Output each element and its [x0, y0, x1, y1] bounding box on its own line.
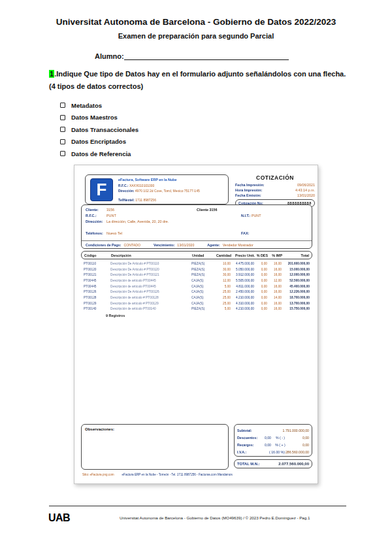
- quotation-header-row: Hora Impresión: 4:43:14 p.m.: [235, 187, 315, 193]
- quotation-header-rows: Fecha Impresión: 09/06/2021 Hora Impresi…: [235, 182, 315, 198]
- table-row: PT00445 Descripción de artículo PT00445 …: [84, 284, 310, 289]
- payment-terms-row: Condiciones de Pago: CONTADO Vencimiento…: [82, 240, 312, 248]
- totals-row: Descuentos: 0,00 % ( - ) 0,00: [237, 434, 309, 441]
- answer-option: Metadatos: [60, 99, 139, 112]
- footer-text: Universitat Autonoma de Barcelona - Gobi…: [120, 515, 346, 520]
- grand-total-value: 2.077.560.000,00: [278, 462, 309, 466]
- totals-row: Subtotal: 1.791.000.000,00: [237, 427, 309, 434]
- client-row-phone: Teléfonos: Nuevo Tel FAX:: [86, 231, 308, 235]
- checkbox[interactable]: [60, 139, 65, 144]
- client-row-id: Cliente: 3156 Cliente 3156: [86, 208, 308, 212]
- uab-logo: UAB: [48, 512, 70, 525]
- page-title: Universitat Autonoma de Barcelona - Gobi…: [0, 17, 392, 27]
- totals-row: I.V.A.: ( 16.00 %) 286.560.000,00: [237, 448, 309, 455]
- table-row: PT00445 Descripción de artículo PT00445 …: [84, 278, 310, 284]
- answer-option: Datos Encriptados: [60, 136, 139, 148]
- client-row-address: Dirección: La dirección, Calle, Avenida,…: [86, 220, 308, 223]
- quotation-header: COTIZACIÓN Fecha Impresión: 09/06/2021 H…: [235, 174, 315, 207]
- table-row: PT00110 Descripción De Artículo # PT0011…: [84, 261, 310, 267]
- quotation-form: F eFactura, Software ERP en la Nube R.F.…: [74, 165, 318, 483]
- observations-box: Observaciones:: [81, 424, 229, 470]
- quotation-title: COTIZACIÓN: [235, 174, 315, 181]
- payment-term: Vencimiento: 13/01/2020: [154, 243, 194, 247]
- grand-total-label: TOTAL M.N.:: [237, 462, 259, 466]
- answer-option: Datos Maestros: [60, 112, 139, 124]
- table-row: PT00120 Descripción De Artículo # PT0012…: [84, 267, 310, 272]
- question-text: .Indique Que tipo de Datos hay en el for…: [49, 70, 346, 90]
- option-label: Datos Encriptados: [71, 138, 126, 145]
- client-box: Cliente: 3156 Cliente 3156 R.F.C.: PUNT …: [81, 204, 312, 249]
- table-row: PT00140 Descripción de artículo PT00140 …: [84, 306, 310, 312]
- table-row: PT00128 Descripción de artículo # PT0012…: [84, 295, 310, 301]
- page-subtitle: Examen de preparación para segundo Parci…: [0, 32, 392, 40]
- quotation-header-row: Fecha Impresión: 09/06/2021: [235, 182, 315, 187]
- quotation-footer: Sitio: eFactura.png.com eFactura ERP en …: [82, 473, 233, 476]
- totals-row: Recargos: 0,00 % ( + ) 0,00: [237, 441, 309, 448]
- table-row: PT00129 Descripción de artículo # PT0012…: [84, 301, 310, 306]
- checkbox[interactable]: [60, 127, 65, 132]
- totals-box: Subtotal: 1.791.000.000,00 Descuentos: 0…: [234, 424, 312, 457]
- option-label: Datos Maestros: [71, 114, 118, 121]
- student-label: Alumno:: [95, 52, 124, 60]
- payment-term: Condiciones de Pago: CONTADO: [86, 243, 140, 247]
- company-phone: Tel/Nextel: 1711 8987256: [118, 198, 156, 202]
- answer-options: Metadatos Datos Maestros Datos Transacci…: [60, 99, 139, 160]
- question-number-highlight: 1: [49, 70, 54, 78]
- items-table-header: Código Descripción Unidad Cantidad Preci…: [81, 251, 312, 259]
- company-rfc: R.F.C.: XAXX010101000: [118, 184, 154, 187]
- client-name: Cliente 3156: [197, 208, 217, 212]
- checkbox[interactable]: [60, 103, 65, 108]
- question-1: 1.Indique Que tipo de Datos hay en el fo…: [49, 68, 347, 93]
- footer-divider: [49, 506, 346, 506]
- option-label: Datos de Referencia: [71, 150, 131, 157]
- client-row-rfc: R.F.C.: PUNT N.I.T.: PUNT: [86, 214, 308, 218]
- observations-label: Observaciones:: [85, 427, 114, 431]
- table-row: PT00121 Descripción De Artículo # PT0012…: [84, 272, 310, 278]
- table-row: PT00126 Descripción De Artículo # PT0012…: [84, 289, 310, 295]
- company-name: eFactura, Software ERP en la Nube: [118, 178, 176, 182]
- student-name-line: Alumno:: [95, 52, 289, 60]
- items-table-rows: PT00110 Descripción De Artículo # PT0011…: [81, 261, 312, 312]
- quotation-header-row: Fecha Emisión: 13/01/2020: [235, 193, 315, 198]
- checkbox[interactable]: [60, 151, 65, 156]
- quotation-image: F eFactura, Software ERP en la Nube R.F.…: [74, 165, 318, 484]
- grand-total-box: TOTAL M.N.: 2.077.560.000,00: [234, 459, 312, 468]
- payment-term: Agente: Vendedor Mostrador: [207, 243, 253, 247]
- answer-option: Datos Transaccionales: [60, 123, 139, 136]
- company-address: Dirección: 4970 102 2d Cove, Torrd, Mexi…: [118, 189, 226, 193]
- option-label: Datos Transaccionales: [71, 126, 139, 133]
- student-name-blank: [124, 53, 289, 60]
- company-logo-icon: F: [90, 178, 113, 201]
- answer-option: Datos de Referencia: [60, 148, 139, 160]
- company-box: F eFactura, Software ERP en la Nube R.F.…: [85, 174, 229, 204]
- record-count: 9 Registros: [106, 314, 125, 318]
- option-label: Metadatos: [71, 102, 102, 109]
- checkbox[interactable]: [60, 115, 65, 120]
